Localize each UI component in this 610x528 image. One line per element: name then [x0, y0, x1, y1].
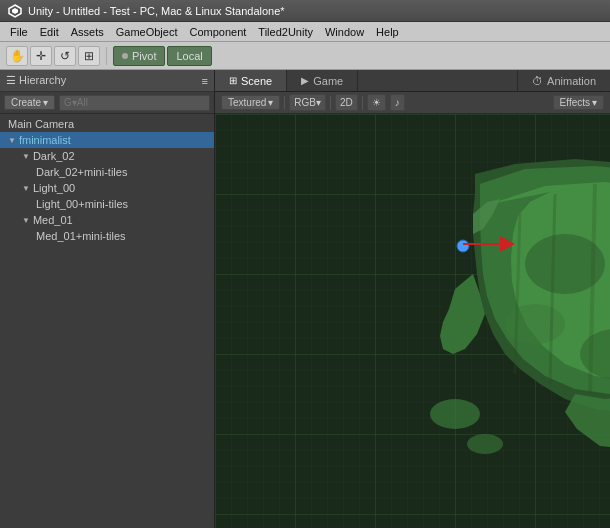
menu-assets[interactable]: Assets — [65, 24, 110, 40]
lighting-button[interactable]: ☀ — [367, 94, 386, 111]
unity-logo-icon — [8, 4, 22, 18]
pivot-label: Pivot — [132, 50, 156, 62]
anim-tab-icon: ⏱ — [532, 75, 543, 87]
menu-component[interactable]: Component — [183, 24, 252, 40]
dark02-label: Dark_02 — [33, 150, 75, 162]
toolbar-separator-1 — [106, 47, 107, 65]
main-layout: ☰ Hierarchy ≡ Create ▾ Main Camera ▼ fmi… — [0, 70, 610, 528]
game-tab-icon: ▶ — [301, 75, 309, 86]
window-title: Unity - Untitled - Test - PC, Mac & Linu… — [28, 5, 285, 17]
hierarchy-item-dark02[interactable]: ▼ Dark_02 — [14, 148, 214, 164]
hierarchy-item-fminimalist[interactable]: ▼ fminimalist — [0, 132, 214, 148]
fminimalist-label: fminimalist — [19, 134, 71, 146]
hierarchy-item-med01[interactable]: ▼ Med_01 — [14, 212, 214, 228]
effects-label: Effects — [560, 97, 590, 108]
svg-point-11 — [505, 304, 565, 344]
rgb-group: RGB ▾ — [289, 94, 326, 111]
pivot-local-group: Pivot Local — [113, 46, 212, 66]
tab-animation[interactable]: ⏱ Animation — [517, 70, 610, 91]
speaker-icon: ♪ — [395, 97, 400, 108]
light00-collapse-icon: ▼ — [22, 184, 30, 193]
hierarchy-toolbar: Create ▾ — [0, 92, 214, 114]
scene-separator-1 — [284, 96, 285, 110]
menu-file[interactable]: File — [4, 24, 34, 40]
pivot-dot-icon — [122, 53, 128, 59]
hierarchy-item-light00-mini[interactable]: Light_00+mini-tiles — [28, 196, 214, 212]
scene-toolbar: Textured ▾ RGB ▾ 2D ☀ ♪ Effect — [215, 92, 610, 114]
create-chevron-icon: ▾ — [43, 97, 48, 108]
svg-point-23 — [430, 399, 480, 429]
hierarchy-item-med01-mini[interactable]: Med_01+mini-tiles — [28, 228, 214, 244]
menu-window[interactable]: Window — [319, 24, 370, 40]
svg-point-24 — [467, 434, 503, 454]
audio-button[interactable]: ♪ — [390, 94, 405, 111]
hierarchy-panel: ☰ Hierarchy ≡ Create ▾ Main Camera ▼ fmi… — [0, 70, 215, 528]
hierarchy-header: ☰ Hierarchy ≡ — [0, 70, 214, 92]
tab-game[interactable]: ▶ Game — [287, 70, 358, 91]
fminimalist-collapse-icon: ▼ — [8, 136, 16, 145]
menu-edit[interactable]: Edit — [34, 24, 65, 40]
menu-bar: File Edit Assets GameObject Component Ti… — [0, 22, 610, 42]
title-bar: Unity - Untitled - Test - PC, Mac & Linu… — [0, 0, 610, 22]
light00-label: Light_00 — [33, 182, 75, 194]
tab-scene[interactable]: ⊞ Scene — [215, 70, 287, 91]
scene-separator-2 — [330, 96, 331, 110]
menu-gameobject[interactable]: GameObject — [110, 24, 184, 40]
textured-chevron-icon: ▾ — [268, 97, 273, 108]
menu-help[interactable]: Help — [370, 24, 405, 40]
game-tab-label: Game — [313, 75, 343, 87]
scene-tab-icon: ⊞ — [229, 75, 237, 86]
local-label: Local — [176, 50, 202, 62]
hand-tool-button[interactable]: ✋ — [6, 46, 28, 66]
scale-tool-button[interactable]: ⊞ — [78, 46, 100, 66]
effects-button[interactable]: Effects ▾ — [553, 95, 604, 110]
light00-mini-label: Light_00+mini-tiles — [36, 198, 128, 210]
hierarchy-item-dark02-mini[interactable]: Dark_02+mini-tiles — [28, 164, 214, 180]
rgb-button[interactable]: RGB ▾ — [289, 94, 326, 111]
scene-tabs: ⊞ Scene ▶ Game ⏱ Animation — [215, 70, 610, 92]
scene-position-marker — [457, 240, 469, 252]
scene-viewport[interactable] — [215, 114, 610, 528]
med01-label: Med_01 — [33, 214, 73, 226]
scene-grid — [215, 114, 610, 528]
sun-icon: ☀ — [372, 97, 381, 108]
toolbar: ✋ ✛ ↺ ⊞ Pivot Local — [0, 42, 610, 70]
scene-separator-3 — [362, 96, 363, 110]
textured-button[interactable]: Textured ▾ — [221, 95, 280, 110]
textured-label: Textured — [228, 97, 266, 108]
main-camera-label: Main Camera — [8, 118, 74, 130]
create-button[interactable]: Create ▾ — [4, 95, 55, 110]
local-button[interactable]: Local — [167, 46, 211, 66]
hierarchy-title: ☰ Hierarchy — [6, 74, 66, 87]
dark02-mini-label: Dark_02+mini-tiles — [36, 166, 127, 178]
hierarchy-item-main-camera[interactable]: Main Camera — [0, 116, 214, 132]
hierarchy-item-light00[interactable]: ▼ Light_00 — [14, 180, 214, 196]
med01-collapse-icon: ▼ — [22, 216, 30, 225]
svg-marker-1 — [12, 8, 18, 14]
2d-button[interactable]: 2D — [335, 94, 358, 111]
med01-mini-label: Med_01+mini-tiles — [36, 230, 126, 242]
scene-panel: ⊞ Scene ▶ Game ⏱ Animation Textured ▾ RG… — [215, 70, 610, 528]
anim-tab-label: Animation — [547, 75, 596, 87]
pivot-button[interactable]: Pivot — [113, 46, 165, 66]
scene-tab-label: Scene — [241, 75, 272, 87]
menu-tiled2unity[interactable]: Tiled2Unity — [252, 24, 319, 40]
move-tool-button[interactable]: ✛ — [30, 46, 52, 66]
hierarchy-menu-icon[interactable]: ≡ — [202, 75, 208, 87]
rgb-chevron-icon: ▾ — [316, 97, 321, 108]
dark02-collapse-icon: ▼ — [22, 152, 30, 161]
hierarchy-content: Main Camera ▼ fminimalist ▼ Dark_02 Dark… — [0, 114, 214, 528]
effects-chevron-icon: ▾ — [592, 97, 597, 108]
rotate-tool-button[interactable]: ↺ — [54, 46, 76, 66]
hierarchy-search-input[interactable] — [59, 95, 210, 111]
